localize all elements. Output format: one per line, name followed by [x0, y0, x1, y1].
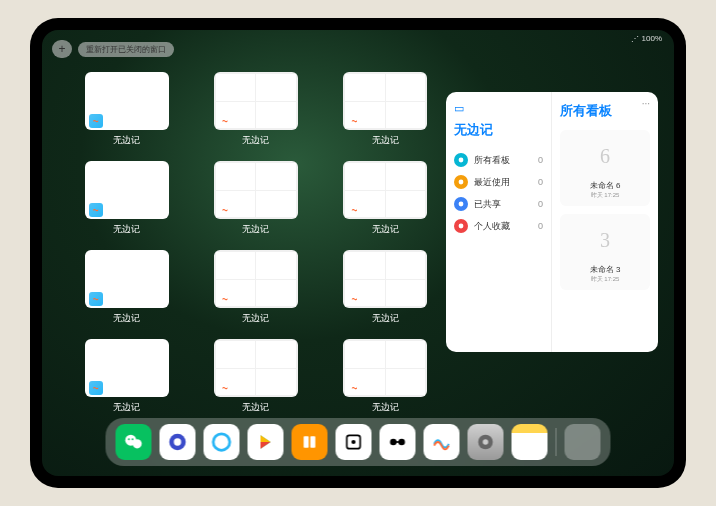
dock-settings-icon[interactable]	[468, 424, 504, 460]
blue-category-icon	[454, 197, 468, 211]
freeform-app-icon	[218, 292, 232, 306]
dock	[106, 418, 611, 466]
panel-boards: 所有看板 6未命名 6昨天 17:253未命名 3昨天 17:25	[552, 92, 658, 352]
reopen-closed-window-button[interactable]: 重新打开已关闭的窗口	[78, 42, 174, 57]
freeform-app-icon	[89, 114, 103, 128]
svg-point-19	[483, 439, 489, 445]
thumbnail-label: 无边记	[372, 223, 399, 236]
thumbnail-label: 无边记	[372, 134, 399, 147]
app-thumbnail[interactable]: 无边记	[205, 72, 306, 147]
thumbnail-label: 无边记	[113, 134, 140, 147]
dock-notes-icon[interactable]	[512, 424, 548, 460]
sidebar-item-count: 0	[538, 199, 543, 209]
freeform-app-icon	[89, 292, 103, 306]
svg-rect-12	[310, 436, 315, 448]
freeform-app-icon	[218, 203, 232, 217]
thumbnail-label: 无边记	[242, 134, 269, 147]
dock-qq-browser-icon[interactable]	[204, 424, 240, 460]
app-switcher-grid: 无边记无边记无边记无边记无边记无边记无边记无边记无边记无边记无边记无边记	[76, 72, 436, 414]
app-thumbnail[interactable]: 无边记	[76, 161, 177, 236]
orange-category-icon	[454, 175, 468, 189]
app-thumbnail[interactable]: 无边记	[335, 72, 436, 147]
dock-play-icon[interactable]	[248, 424, 284, 460]
svg-point-10	[213, 434, 230, 451]
app-thumbnail[interactable]: 无边记	[205, 339, 306, 414]
dock-books-icon[interactable]	[292, 424, 328, 460]
screen: ⋰ 100% + 重新打开已关闭的窗口 无边记无边记无边记无边记无边记无边记无边…	[42, 30, 674, 476]
app-thumbnail[interactable]: 无边记	[205, 161, 306, 236]
sidebar-item[interactable]: 最近使用0	[454, 171, 543, 193]
more-icon[interactable]: ···	[642, 98, 650, 109]
app-thumbnail[interactable]: 无边记	[205, 250, 306, 325]
sidebar-item[interactable]: 个人收藏0	[454, 215, 543, 237]
freeform-app-icon	[347, 292, 361, 306]
freeform-app-icon	[347, 114, 361, 128]
panel-right-title: 所有看板	[560, 102, 650, 120]
thumbnail-label: 无边记	[113, 223, 140, 236]
thumbnail-label: 无边记	[113, 401, 140, 414]
svg-point-7	[132, 438, 134, 440]
board-name: 未命名 3	[566, 264, 644, 275]
thumbnail-preview	[85, 72, 169, 130]
freeform-app-icon	[347, 381, 361, 395]
svg-point-6	[128, 438, 130, 440]
dock-dumbbell-icon[interactable]	[380, 424, 416, 460]
sidebar-toggle-icon[interactable]: ▭	[454, 102, 543, 115]
freeform-app-icon	[347, 203, 361, 217]
board-card[interactable]: 6未命名 6昨天 17:25	[560, 130, 650, 206]
app-thumbnail[interactable]: 无边记	[335, 250, 436, 325]
thumbnail-preview	[343, 339, 427, 397]
freeform-app-icon	[89, 381, 103, 395]
sidebar-item[interactable]: 所有看板0	[454, 149, 543, 171]
sidebar-item-label: 最近使用	[474, 176, 510, 189]
sidebar-item-label: 个人收藏	[474, 220, 510, 233]
dock-app-folder-icon[interactable]	[565, 424, 601, 460]
dock-dice-icon[interactable]	[336, 424, 372, 460]
thumbnail-label: 无边记	[372, 401, 399, 414]
svg-point-2	[459, 202, 464, 207]
dock-quark-icon[interactable]	[160, 424, 196, 460]
new-window-button[interactable]: +	[52, 40, 72, 58]
red-category-icon	[454, 219, 468, 233]
freeform-panel[interactable]: ··· ▭ 无边记 所有看板0最近使用0已共享0个人收藏0 所有看板 6未命名 …	[446, 92, 658, 352]
app-thumbnail[interactable]: 无边记	[76, 339, 177, 414]
thumbnail-label: 无边记	[113, 312, 140, 325]
board-sketch-preview: 3	[585, 220, 625, 260]
panel-left-title: 无边记	[454, 121, 543, 139]
thumbnail-preview	[343, 161, 427, 219]
svg-point-1	[459, 180, 464, 185]
freeform-app-icon	[89, 203, 103, 217]
cyan-category-icon	[454, 153, 468, 167]
top-controls: + 重新打开已关闭的窗口	[52, 40, 174, 58]
sidebar-item-count: 0	[538, 155, 543, 165]
freeform-app-icon	[218, 114, 232, 128]
dock-freeform-icon[interactable]	[424, 424, 460, 460]
dock-separator	[556, 428, 557, 456]
app-thumbnail[interactable]: 无边记	[335, 339, 436, 414]
sidebar-item-count: 0	[538, 177, 543, 187]
thumbnail-preview	[214, 72, 298, 130]
svg-rect-11	[304, 436, 309, 448]
battery-label: 100%	[642, 34, 662, 43]
ipad-frame: ⋰ 100% + 重新打开已关闭的窗口 无边记无边记无边记无边记无边记无边记无边…	[30, 18, 686, 488]
sidebar-item[interactable]: 已共享0	[454, 193, 543, 215]
sidebar-item-label: 已共享	[474, 198, 501, 211]
freeform-app-icon	[218, 381, 232, 395]
board-date: 昨天 17:25	[566, 275, 644, 284]
thumbnail-preview	[214, 250, 298, 308]
thumbnail-preview	[343, 72, 427, 130]
svg-point-5	[133, 439, 142, 448]
dock-wechat-icon[interactable]	[116, 424, 152, 460]
thumbnail-label: 无边记	[242, 223, 269, 236]
app-thumbnail[interactable]: 无边记	[76, 72, 177, 147]
thumbnail-label: 无边记	[372, 312, 399, 325]
panel-sidebar: ▭ 无边记 所有看板0最近使用0已共享0个人收藏0	[446, 92, 552, 352]
thumbnail-preview	[85, 161, 169, 219]
app-thumbnail[interactable]: 无边记	[76, 250, 177, 325]
svg-rect-17	[395, 441, 400, 443]
status-bar: ⋰ 100%	[631, 34, 662, 43]
svg-point-3	[459, 224, 464, 229]
app-thumbnail[interactable]: 无边记	[335, 161, 436, 236]
sidebar-item-count: 0	[538, 221, 543, 231]
board-card[interactable]: 3未命名 3昨天 17:25	[560, 214, 650, 290]
